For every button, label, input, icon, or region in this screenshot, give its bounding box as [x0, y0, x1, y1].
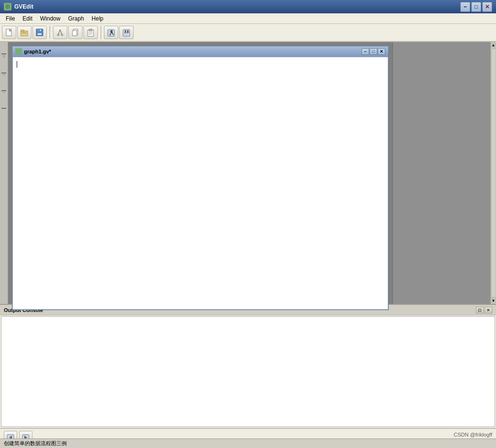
mdi-icon: [15, 48, 22, 55]
mdi-restore-button[interactable]: □: [370, 48, 377, 55]
title-bar: GVEdit − □ ✕: [0, 0, 496, 13]
menu-window[interactable]: Window: [36, 14, 64, 23]
main-content: graph1.gv* − □ ✕ ▲ ▼: [0, 42, 496, 304]
toolbar-separator-2: [101, 26, 101, 39]
new-button[interactable]: [2, 26, 16, 39]
run-all-button[interactable]: [119, 26, 134, 39]
svg-rect-13: [37, 33, 42, 35]
minimize-button[interactable]: −: [460, 2, 470, 12]
svg-point-27: [111, 30, 113, 32]
svg-point-18: [61, 34, 63, 36]
mdi-controls: − □ ✕: [362, 48, 385, 55]
menu-graph[interactable]: Graph: [64, 14, 88, 23]
svg-rect-8: [21, 30, 24, 31]
output-console-section: Output Console ⊡ ✕: [0, 304, 496, 428]
mdi-window-title: graph1.gv*: [24, 49, 362, 54]
toolbar-separator-1: [50, 26, 50, 39]
app-icon: [4, 3, 11, 10]
svg-point-38: [127, 31, 129, 32]
document-area: graph1.gv* − □ ✕: [8, 42, 393, 304]
svg-rect-20: [72, 31, 77, 36]
menu-file[interactable]: File: [2, 14, 19, 23]
svg-line-33: [111, 32, 113, 32]
graph-preview-area: [393, 42, 490, 304]
left-ruler: [0, 42, 8, 304]
window-controls: − □ ✕: [460, 2, 492, 12]
app-title: GVEdit: [14, 3, 460, 10]
watermark: CSDN @friklogff: [454, 432, 492, 438]
copy-button[interactable]: [68, 26, 83, 39]
svg-rect-22: [89, 29, 92, 31]
output-console-content: [1, 316, 495, 427]
run-button[interactable]: [104, 26, 118, 39]
toolbar: [0, 24, 496, 42]
open-button[interactable]: [17, 26, 31, 39]
close-button[interactable]: ✕: [482, 2, 492, 12]
menu-bar: File Edit Window Graph Help: [0, 13, 496, 24]
output-console-controls: ⊡ ✕: [476, 307, 492, 313]
svg-point-35: [125, 31, 126, 32]
cursor: [17, 61, 17, 68]
paste-button[interactable]: [83, 26, 98, 39]
svg-point-41: [17, 50, 21, 53]
vertical-scrollbar[interactable]: ▲ ▼: [490, 42, 496, 304]
right-panel: [393, 42, 490, 304]
menu-help[interactable]: Help: [88, 14, 107, 23]
svg-rect-14: [39, 30, 40, 31]
mdi-close-button[interactable]: ✕: [378, 48, 385, 55]
mdi-minimize-button[interactable]: −: [362, 48, 369, 55]
mdi-title-bar: graph1.gv* − □ ✕: [12, 46, 388, 57]
bottom-caption-text: 创建简单的数据流程图三例: [4, 440, 67, 447]
output-restore-button[interactable]: ⊡: [476, 307, 484, 313]
cut-button[interactable]: [53, 26, 67, 39]
menu-edit[interactable]: Edit: [19, 14, 36, 23]
mdi-editor-window: graph1.gv* − □ ✕: [12, 46, 389, 310]
save-button[interactable]: [32, 26, 47, 39]
output-close-button[interactable]: ✕: [485, 307, 492, 313]
svg-point-17: [57, 34, 59, 36]
bottom-caption-bar: 创建简单的数据流程图三例: [0, 438, 496, 448]
restore-button[interactable]: □: [471, 2, 481, 12]
code-editor[interactable]: [12, 57, 388, 310]
